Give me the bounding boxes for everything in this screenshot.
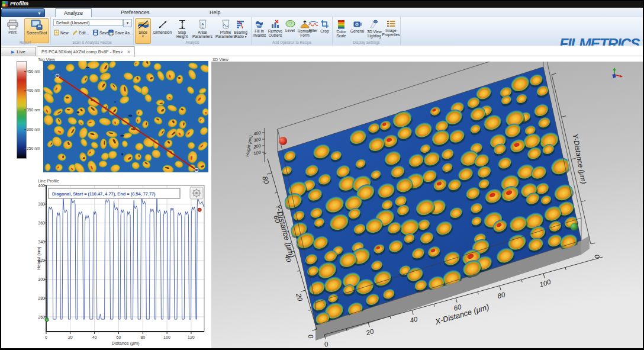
group-label-operators: Add Operator to Recipe (252, 40, 332, 44)
recipe-combobox[interactable]: Default (Unsaved) (53, 19, 123, 26)
save-as-recipe-button[interactable]: Save As... (108, 30, 133, 36)
ribbon-group-recipe: Default (Unsaved) ▼ New Edit... (51, 17, 134, 45)
profilm-window: { "window": {"app_title": "Profilm"}, "m… (0, 0, 644, 350)
play-icon: ▶ (11, 50, 14, 54)
level-icon (285, 20, 295, 28)
color-scale-button[interactable]: Color Scale (333, 18, 349, 43)
slice-start-marker-3d (279, 137, 287, 145)
close-icon[interactable]: ✕ (127, 50, 131, 54)
app-icon (2, 1, 8, 7)
document-tab-title: PS PCA 50Xobj 4XZM comp B<8F - Res> (41, 49, 123, 54)
svg-text:40: 40 (92, 335, 97, 339)
chart-settings-gear[interactable] (190, 187, 203, 199)
slice-icon (137, 20, 149, 30)
remove-outliers-icon (271, 20, 280, 28)
gear-icon (353, 20, 362, 28)
group-label-display: Display Settings (333, 40, 400, 44)
ribbon-group-display: Color Scale General 3D View Lighting (333, 17, 401, 45)
svg-text:80: 80 (140, 335, 145, 339)
save-as-icon (108, 30, 114, 36)
svg-text:280: 280 (38, 296, 45, 300)
filter-icon (308, 20, 318, 28)
group-label-recipe: Scan & Analysis Recipe (51, 40, 133, 44)
tab-analyze[interactable]: Analyze (55, 8, 92, 18)
svg-text:340: 340 (38, 240, 45, 244)
left-rail: 450 nm 400 nm 350 nm 300 nm 250 nm (0, 56, 36, 350)
edit-recipe-button[interactable]: Edit... (72, 30, 89, 36)
color-scale-label: 250 nm (27, 146, 40, 150)
tab-bar-divider (0, 56, 644, 56)
svg-text:400: 400 (38, 184, 45, 188)
print-button[interactable]: Print (2, 18, 22, 42)
ribbon-group-analysis: Slice ▾ Dimension Step H (134, 17, 252, 45)
color-scale-icon (337, 20, 345, 29)
line-profile-chart[interactable]: 260280300320340360380400020406080100120D… (37, 184, 208, 350)
chevron-down-icon: ▼ (126, 21, 130, 25)
color-scale-label: 450 nm (27, 69, 40, 73)
screenshot-icon (31, 20, 43, 30)
svg-text:Distance (μm): Distance (μm) (112, 341, 140, 346)
window-title: Profilm (10, 1, 28, 7)
areal-parameters-icon: A 3D (198, 20, 208, 30)
chevron-down-icon: ▾ (142, 35, 144, 38)
recipe-combobox-arrow[interactable]: ▼ (123, 19, 132, 27)
svg-text:260: 260 (38, 315, 45, 319)
svg-text:Diagonal, Start = (110.47, 4.7: Diagonal, Start = (110.47, 4.77), End = … (52, 191, 156, 197)
color-scale-label: 350 nm (27, 108, 40, 112)
ribbon-group-report: Print ScreenShot Report (0, 17, 51, 45)
3d-surface-view[interactable]: 020406080100X-Distance (μm)020406080Y-Di… (211, 62, 643, 349)
tab-help[interactable]: Help (201, 8, 229, 17)
step-height-icon (178, 20, 186, 30)
filter-button[interactable]: Filter (307, 18, 319, 43)
image-properties-icon (387, 20, 395, 28)
slice-end-marker-3d (571, 223, 578, 231)
screenshot-button[interactable]: ScreenShot (24, 18, 49, 43)
svg-text:60: 60 (117, 335, 121, 339)
svg-text:120: 120 (188, 335, 195, 339)
svg-text:Height (nm): Height (nm) (37, 246, 41, 270)
group-label-report: Report (0, 40, 50, 44)
document-tab-bar: ▶ Live PS PCA 50Xobj 4XZM comp B<8F - Re… (0, 46, 644, 56)
svg-text:3D: 3D (201, 26, 204, 29)
fill-in-invalids-icon (255, 20, 264, 28)
svg-text:360: 360 (38, 221, 45, 225)
svg-text:300: 300 (38, 277, 45, 281)
crop-button[interactable]: Crop (318, 18, 331, 43)
chevron-down-icon: ▼ (37, 11, 41, 15)
menu-bar: ▼ Analyze Preferences Help (0, 8, 644, 18)
remove-outliers-button[interactable]: Remove Outliers (267, 18, 284, 43)
new-document-icon (54, 30, 59, 36)
svg-text:380: 380 (38, 202, 45, 206)
lighting-icon (370, 20, 379, 29)
application-menu-button[interactable]: ▼ (1, 8, 45, 18)
color-scale-label: 400 nm (27, 88, 40, 92)
dimension-icon (157, 20, 168, 30)
chevron-down-icon: ▾ (245, 35, 247, 38)
general-settings-button[interactable]: General (350, 18, 365, 43)
level-button[interactable]: Level (284, 18, 296, 43)
bearing-ratio-icon (236, 20, 246, 30)
title-bar: Profilm (0, 0, 644, 8)
color-scale-label: 300 nm (27, 127, 40, 131)
line-profile-title: Line Profile (38, 178, 59, 184)
crop-icon (320, 20, 329, 28)
save-icon (93, 30, 98, 36)
dimension-button[interactable]: Dimension (152, 18, 173, 42)
save-recipe-button[interactable]: Save (93, 30, 109, 36)
svg-text:100: 100 (163, 335, 170, 339)
group-label-analysis: Analysis (134, 40, 251, 44)
profile-parameters-icon (221, 20, 231, 30)
tab-preferences[interactable]: Preferences (112, 8, 158, 17)
top-view-image[interactable] (43, 61, 208, 172)
fill-in-invalids-button[interactable]: Fill In Invalids (252, 18, 266, 43)
pencil-icon (72, 30, 78, 36)
svg-text:20: 20 (68, 335, 73, 339)
ribbon: Print ScreenShot Report Default (Unsaved… (0, 17, 644, 46)
new-recipe-button[interactable]: New (54, 30, 69, 36)
svg-text:0: 0 (45, 335, 47, 339)
ribbon-group-operators: Fill In Invalids Remove Outliers Level (252, 17, 333, 45)
printer-icon (7, 20, 18, 30)
